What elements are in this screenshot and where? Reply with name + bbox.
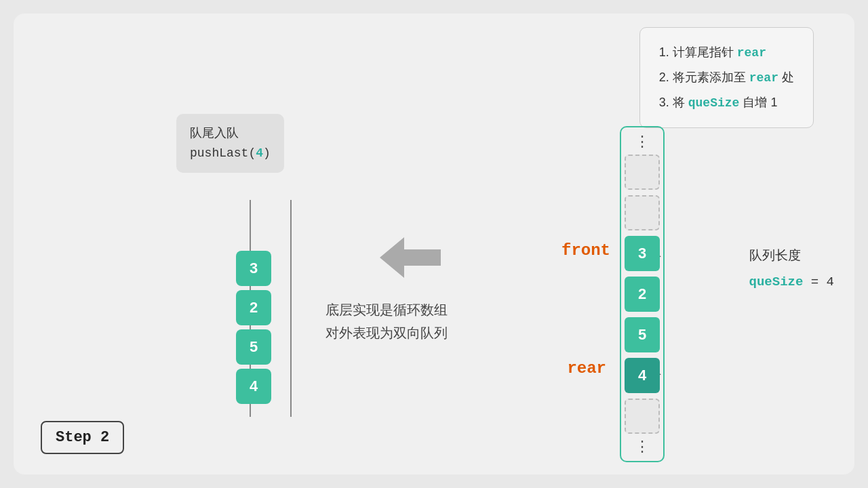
stack-item-3: 4 [236, 369, 271, 404]
middle-text-line2: 对外表现为双向队列 [326, 321, 448, 344]
stack-item-1: 2 [236, 290, 271, 325]
array-cell-6 [625, 399, 660, 434]
info-line3-post: 自增 1 [739, 96, 777, 109]
info-line1-pre: 1. 计算尾指针 [659, 45, 737, 59]
info-line-2: 2. 将元素添加至 rear 处 [659, 65, 794, 90]
bottom-dots: ⋮ [635, 439, 650, 454]
info-line-3: 3. 将 queSize 自增 1 [659, 90, 794, 115]
arrow-shape [380, 237, 441, 278]
step-badge-label: Step 2 [56, 429, 109, 446]
label-line2-post: ) [263, 146, 271, 160]
info-line3-pre: 3. 将 [659, 96, 688, 109]
info-line3-code: queSize [688, 96, 740, 110]
label-line2-pre: pushLast( [190, 146, 256, 160]
array-cell-4: 5 [625, 317, 660, 352]
stack-item-2: 5 [236, 329, 271, 365]
label-line2-num: 4 [256, 146, 263, 160]
info-line-1: 1. 计算尾指针 rear [659, 40, 794, 65]
que-size-code: queSize [749, 274, 804, 289]
v-line-right [290, 200, 292, 417]
label-line2: pushLast(4) [190, 143, 271, 163]
array-cell-5: 4 [625, 358, 660, 393]
que-value: 4 [827, 274, 834, 289]
array-cell-3: 2 [625, 277, 660, 312]
info-line2-pre: 2. 将元素添加至 [659, 70, 749, 84]
info-line1-code: rear [737, 46, 766, 60]
array-cell-0 [625, 155, 660, 190]
middle-text: 底层实现是循环数组 对外表现为双向队列 [326, 298, 448, 344]
info-line2-code: rear [749, 71, 778, 85]
middle-text-line1: 底层实现是循环数组 [326, 298, 448, 321]
que-equals: = [803, 274, 826, 289]
front-label-text: front [561, 241, 610, 260]
label-line1: 队尾入队 [190, 123, 271, 143]
array-cell-2: 3 [625, 236, 660, 271]
queue-info: 队列长度 queSize = 4 [749, 243, 834, 295]
top-dots: ⋮ [635, 134, 650, 149]
info-box: 1. 计算尾指针 rear 2. 将元素添加至 rear 处 3. 将 queS… [639, 27, 814, 128]
front-label: front [561, 241, 610, 260]
left-stack: 3 2 5 4 [236, 251, 271, 404]
info-line2-post: 处 [778, 70, 794, 84]
rear-label-text: rear [567, 359, 606, 378]
right-array: ⋮ 3 2 5 4 ⋮ [620, 126, 665, 462]
queue-size-line: queSize = 4 [749, 268, 834, 295]
queue-length-label: 队列长度 [749, 243, 834, 268]
rear-label: rear [567, 359, 606, 378]
stack-item-0: 3 [236, 251, 271, 286]
label-box: 队尾入队 pushLast(4) [176, 114, 284, 173]
array-cell-1 [625, 195, 660, 230]
step-badge: Step 2 [41, 421, 124, 454]
main-container: 1. 计算尾指针 rear 2. 将元素添加至 rear 处 3. 将 queS… [14, 14, 854, 474]
